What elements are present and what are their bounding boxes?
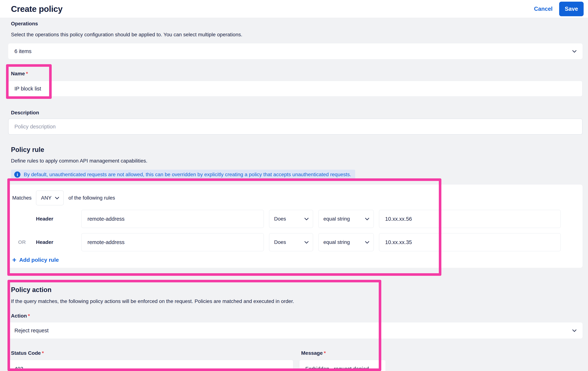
operations-description: Select the operations this policy config… [11,32,583,38]
matches-label: Matches [12,195,32,201]
rule-does-select[interactable]: Does [269,210,313,228]
operations-select[interactable]: 6 items [8,43,583,59]
policy-action-heading: Policy action [11,286,583,294]
name-label: Name* [11,71,583,77]
rule-type-label: Header [36,239,76,245]
create-policy-form: Operations Select the operations this po… [0,18,588,371]
rule-key-input[interactable] [81,210,264,228]
chevron-down-icon [55,195,59,199]
policy-rule-card: Matches ANY of the following rules Heade… [8,185,583,268]
rule-type-label: Header [36,216,76,222]
description-input[interactable] [8,119,583,135]
rule-operator-select[interactable]: equal string [318,233,374,251]
matches-row: Matches ANY of the following rules [11,191,583,205]
rule-value-input[interactable] [379,210,561,228]
name-input[interactable] [8,81,583,97]
matches-value: ANY [41,195,52,201]
plus-icon: + [12,257,16,263]
action-select[interactable]: Reject request [8,322,583,339]
action-selected-value: Reject request [14,328,49,334]
matches-suffix: of the following rules [68,195,115,201]
status-code-label: Status Code* [11,350,294,356]
chevron-down-icon [304,216,309,220]
info-banner: i By default, unauthenticated requests a… [11,170,355,180]
page-title: Create policy [11,4,534,14]
policy-action-description: If the query matches, the following poli… [11,298,583,304]
required-asterisk: * [324,350,326,356]
description-label: Description [11,110,583,116]
message-input[interactable] [299,360,386,371]
chevron-down-icon [365,216,369,220]
required-asterisk: * [42,350,44,356]
rule-does-select[interactable]: Does [269,233,313,251]
policy-rule-description: Define rules to apply common API managem… [11,158,583,164]
required-asterisk: * [28,313,30,319]
rule-value-input[interactable] [379,233,561,251]
cancel-button[interactable]: Cancel [534,6,553,12]
chevron-down-icon [365,239,369,244]
status-code-input[interactable] [8,360,294,371]
action-label: Action* [11,313,583,319]
chevron-down-icon [572,48,577,53]
operations-label: Operations [11,18,583,27]
add-policy-rule-button[interactable]: + Add policy rule [12,257,583,263]
save-button[interactable]: Save [559,2,584,16]
operations-selected-value: 6 items [14,48,32,54]
rule-key-input[interactable] [81,233,264,251]
status-message-row: Status Code* Message* [11,350,583,371]
info-banner-text: By default, unauthenticated requests are… [24,172,351,178]
rule-row: OR Header Does equal string [11,233,583,251]
rule-operator-select[interactable]: equal string [318,210,374,228]
rule-row: Header Does equal string [11,210,583,228]
add-policy-rule-label: Add policy rule [19,257,59,263]
message-label: Message* [301,350,385,356]
chevron-down-icon [304,239,309,244]
chevron-down-icon [572,328,577,332]
rules-list: Header Does equal string OR Header Does [11,210,583,251]
matches-select[interactable]: ANY [36,191,64,205]
policy-rule-heading: Policy rule [11,146,583,154]
required-asterisk: * [26,71,28,76]
or-label: OR [11,239,31,245]
info-icon: i [14,171,21,178]
topbar: Create policy Cancel Save [0,0,588,18]
